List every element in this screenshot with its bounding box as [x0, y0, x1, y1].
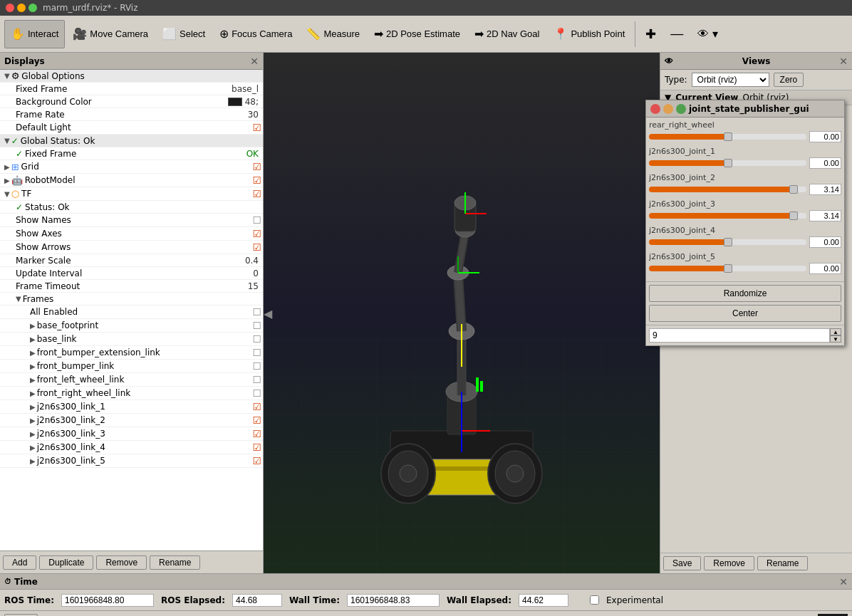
j2n6s300-link3-checkbox[interactable]: ☑ — [252, 428, 261, 439]
all-enabled-checkbox[interactable]: ☐ — [252, 306, 261, 318]
jsp-spin-up[interactable]: ▲ — [830, 328, 841, 335]
show-axes-row[interactable]: Show Axes ☑ — [0, 227, 263, 241]
joint-value-input-joint-4[interactable] — [809, 236, 841, 248]
jsp-minimize-button[interactable] — [663, 104, 673, 114]
remove-toolbar-button[interactable]: — — [664, 20, 690, 48]
joint-slider-thumb-5[interactable] — [724, 264, 732, 273]
show-names-row[interactable]: Show Names ☐ — [0, 214, 263, 227]
wall-time-input[interactable] — [347, 594, 440, 607]
tf-status-row[interactable]: ✓ Status: Ok — [0, 201, 263, 214]
views-close-icon[interactable]: ✕ — [839, 56, 848, 67]
views-save-button[interactable]: Save — [663, 556, 701, 570]
joint-slider-track-joint-2[interactable] — [649, 187, 806, 192]
ros-elapsed-input[interactable] — [232, 594, 282, 607]
marker-scale-row[interactable]: Marker Scale 0.4 — [0, 254, 263, 267]
front-right-wheel-row[interactable]: ▶ front_right_wheel_link ☐ — [0, 387, 263, 400]
joint-value-input-joint-3[interactable] — [809, 210, 841, 221]
views-type-select[interactable]: Orbit (rviz) FPS TopDownOrtho — [692, 73, 769, 87]
front-bumper-row[interactable]: ▶ front_bumper_link ☐ — [0, 360, 263, 373]
jsp-maximize-button[interactable] — [676, 104, 686, 114]
ros-time-input[interactable] — [61, 594, 154, 607]
joint-slider-track-joint-1[interactable] — [649, 160, 806, 166]
joint-slider-thumb-4[interactable] — [724, 238, 732, 246]
jsp-close-button[interactable] — [650, 104, 660, 114]
randomize-button[interactable]: Randomize — [649, 285, 841, 302]
j2n6s300-link2-row[interactable]: ▶ j2n6s300_link_2 ☑ — [0, 414, 263, 427]
status-fixed-frame-row[interactable]: ✓ Fixed Frame OK — [0, 147, 263, 160]
center-button[interactable]: Center — [649, 305, 841, 322]
tf-row[interactable]: ▼ ⬡ TF ☑ — [0, 187, 263, 201]
j2n6s300-link2-checkbox[interactable]: ☑ — [252, 414, 261, 426]
show-arrows-row[interactable]: Show Arrows ☑ — [0, 241, 263, 254]
front-right-wheel-checkbox[interactable]: ☐ — [252, 387, 261, 399]
front-bumper-checkbox[interactable]: ☐ — [252, 360, 261, 372]
jsp-spin-input[interactable] — [649, 328, 830, 343]
j2n6s300-link4-checkbox[interactable]: ☑ — [252, 442, 261, 453]
jsp-spin-down[interactable]: ▼ — [830, 335, 841, 343]
joint-value-input-joint-1[interactable] — [809, 157, 841, 169]
reset-button[interactable]: Reset — [4, 614, 38, 617]
fixed-frame-row[interactable]: Fixed Frame base_l — [0, 83, 263, 95]
base-link-checkbox[interactable]: ☐ — [252, 333, 261, 345]
move-camera-button[interactable]: 🎥 Move Camera — [66, 20, 155, 48]
views-zero-button[interactable]: Zero — [774, 73, 804, 87]
joint-slider-thumb-3[interactable] — [789, 212, 798, 220]
joint-value-input-joint-2[interactable] — [809, 184, 841, 195]
3d-scene[interactable]: ◀ — [264, 53, 660, 573]
joint-value-input-joint-5[interactable] — [809, 263, 841, 274]
j2n6s300-link5-checkbox[interactable]: ☑ — [252, 455, 261, 466]
joint-slider-track-joint-3[interactable] — [649, 213, 806, 219]
show-axes-checkbox[interactable]: ☑ — [252, 228, 261, 239]
maximize-button[interactable] — [28, 4, 37, 12]
3d-viewport[interactable]: ◀ — [264, 53, 660, 573]
minimize-button[interactable] — [17, 4, 26, 12]
update-interval-row[interactable]: Update Interval 0 — [0, 267, 263, 280]
frame-rate-row[interactable]: Frame Rate 30 — [0, 108, 263, 121]
j2n6s300-link1-row[interactable]: ▶ j2n6s300_link_1 ☑ — [0, 400, 263, 414]
remove-display-button[interactable]: Remove — [96, 555, 147, 570]
frame-timeout-row[interactable]: Frame Timeout 15 — [0, 280, 263, 293]
bg-color-row[interactable]: Background Color 48; — [0, 95, 263, 108]
base-link-row[interactable]: ▶ base_link ☐ — [0, 333, 263, 346]
publish-point-button[interactable]: 📍 Publish Point — [547, 20, 631, 48]
view-button[interactable]: 👁 ▾ — [691, 20, 724, 48]
front-left-wheel-checkbox[interactable]: ☐ — [252, 374, 261, 385]
all-enabled-row[interactable]: All Enabled ☐ — [0, 306, 263, 319]
joint-slider-thumb-2[interactable] — [789, 185, 798, 194]
joint-slider-thumb-1[interactable] — [724, 159, 732, 167]
interact-button[interactable]: ✋ Interact — [4, 20, 65, 48]
2d-nav-button[interactable]: ➡ 2D Nav Goal — [468, 20, 546, 48]
front-bumper-ext-row[interactable]: ▶ front_bumper_extension_link ☐ — [0, 346, 263, 360]
show-names-checkbox[interactable]: ☐ — [252, 214, 261, 226]
robotmodel-row[interactable]: ▶ 🤖 RobotModel ☑ — [0, 174, 263, 187]
joint-slider-track-rear-right-wheel[interactable] — [649, 134, 806, 140]
measure-button[interactable]: 📏 Measure — [300, 20, 366, 48]
default-light-row[interactable]: Default Light ☑ — [0, 121, 263, 135]
j2n6s300-link5-row[interactable]: ▶ j2n6s300_link_5 ☑ — [0, 454, 263, 468]
experimental-checkbox[interactable] — [590, 595, 599, 605]
add-display-button[interactable]: Add — [3, 555, 36, 570]
grid-row[interactable]: ▶ ⊞ Grid ☑ — [0, 160, 263, 174]
show-arrows-checkbox[interactable]: ☑ — [252, 241, 261, 253]
joint-slider-track-joint-5[interactable] — [649, 266, 806, 271]
jsp-titlebar[interactable]: joint_state_publisher_gui — [646, 100, 844, 118]
frames-row[interactable]: ▼ Frames — [0, 293, 263, 306]
default-light-checkbox[interactable]: ☑ — [252, 122, 261, 133]
focus-camera-button[interactable]: ⊕ Focus Camera — [213, 20, 298, 48]
j2n6s300-link4-row[interactable]: ▶ j2n6s300_link_4 ☑ — [0, 441, 263, 454]
base-footprint-row[interactable]: ▶ base_footprint ☐ — [0, 319, 263, 333]
views-rename-button[interactable]: Rename — [757, 556, 808, 570]
viewport-nav-arrow[interactable]: ◀ — [264, 306, 272, 320]
wall-elapsed-input[interactable] — [519, 594, 568, 607]
select-button[interactable]: ⬜ Select — [156, 20, 212, 48]
global-status-row[interactable]: ▼ ✓ Global Status: Ok — [0, 135, 263, 147]
robotmodel-checkbox[interactable]: ☑ — [252, 174, 261, 186]
tf-checkbox[interactable]: ☑ — [252, 188, 261, 199]
rename-display-button[interactable]: Rename — [150, 555, 200, 570]
add-toolbar-button[interactable]: ✚ — [639, 20, 663, 48]
close-button[interactable] — [6, 4, 14, 12]
grid-checkbox[interactable]: ☑ — [252, 161, 261, 172]
joint-value-input-rear-right-wheel[interactable] — [809, 131, 841, 142]
j2n6s300-link1-checkbox[interactable]: ☑ — [252, 401, 261, 412]
joint-slider-track-joint-4[interactable] — [649, 239, 806, 245]
